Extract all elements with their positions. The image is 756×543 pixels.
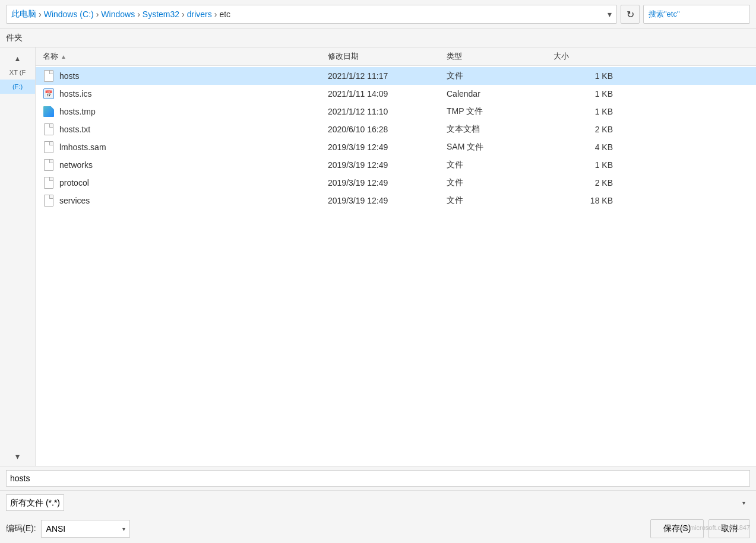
breadcrumb-sep-5: › (214, 9, 217, 19)
table-row[interactable]: networks 2019/3/19 12:49 文件 1 KB (36, 156, 756, 174)
folder-label-bar: 件夹 (0, 29, 756, 47)
file-list-area: 名称 ▲ 修改日期 类型 大小 hosts 2021/1/12 11:17 文件… (36, 47, 756, 466)
file-date: 2021/1/12 11:17 (328, 71, 447, 81)
table-row[interactable]: hosts.tmp 2021/1/12 11:10 TMP 文件 1 KB (36, 103, 756, 120)
file-type: TMP 文件 (447, 106, 553, 117)
table-row[interactable]: hosts 2021/1/12 11:17 文件 1 KB (36, 67, 756, 85)
file-icon-wrapper (43, 195, 55, 207)
actions-row: 编码(E): ANSIUTF-8UTF-16 LEUTF-16 BE ▾ 保存(… (0, 515, 756, 543)
file-icon-wrapper (43, 177, 55, 189)
sidebar-item-f[interactable]: (F:) (0, 80, 35, 94)
file-name: hosts.tmp (59, 107, 328, 116)
file-date: 2021/1/11 14:09 (328, 89, 447, 99)
file-generic-icon (44, 123, 53, 135)
file-size: 18 KB (553, 196, 613, 205)
file-type: SAM 文件 (447, 142, 553, 153)
table-row[interactable]: hosts.txt 2020/6/10 16:28 文本文档 2 KB (36, 120, 756, 138)
search-text: 搜索"etc" (649, 9, 680, 20)
file-name: protocol (59, 178, 328, 188)
encoding-label: 编码(E): (6, 523, 36, 534)
sidebar-scroll-down[interactable]: ▾ (0, 452, 35, 461)
file-size: 2 KB (553, 125, 613, 134)
file-size: 4 KB (553, 142, 613, 152)
filetype-select[interactable]: 所有文件 (*.*) (6, 494, 64, 511)
file-name: hosts (59, 71, 328, 81)
sidebar-scroll-up[interactable]: ▲ (0, 52, 35, 65)
filetype-row: 所有文件 (*.*) ▾ (0, 491, 756, 515)
sidebar-item-xt-label: XT (F (10, 69, 26, 76)
filetype-arrow-icon: ▾ (742, 500, 745, 506)
file-size: 2 KB (553, 178, 613, 188)
breadcrumb-sep-2: › (96, 9, 99, 19)
breadcrumb-area[interactable]: 此电脑 › Windows (C:) › Windows › System32 … (6, 5, 617, 24)
file-date: 2019/3/19 12:49 (328, 142, 447, 152)
col-header-size[interactable]: 大小 (553, 51, 613, 62)
sidebar-item-f-label: (F:) (12, 83, 23, 90)
refresh-button[interactable]: ↻ (621, 5, 640, 24)
column-headers: 名称 ▲ 修改日期 类型 大小 (36, 47, 756, 66)
file-name: services (59, 196, 328, 205)
sort-icon[interactable]: ▲ (61, 53, 67, 60)
table-row[interactable]: services 2019/3/19 12:49 文件 18 KB (36, 192, 756, 209)
save-button[interactable]: 保存(S) (650, 519, 704, 538)
breadcrumb-system32[interactable]: System32 (143, 9, 179, 19)
cancel-button[interactable]: 取消 (708, 519, 750, 538)
breadcrumb-drivers[interactable]: drivers (187, 9, 212, 19)
file-icon-wrapper (43, 159, 55, 171)
encoding-area: 编码(E): ANSIUTF-8UTF-16 LEUTF-16 BE ▾ (6, 520, 130, 538)
table-row[interactable]: 📅 hosts.ics 2021/1/11 14:09 Calendar 1 K… (36, 85, 756, 103)
file-generic-icon (44, 70, 53, 82)
file-date: 2019/3/19 12:49 (328, 178, 447, 188)
file-type: 文件 (447, 177, 553, 188)
breadcrumb-etc: etc (219, 9, 230, 19)
file-date: 2019/3/19 12:49 (328, 196, 447, 205)
col-date-label: 修改日期 (328, 52, 359, 61)
file-date: 2021/1/12 11:10 (328, 107, 447, 116)
encoding-select-wrapper: ANSIUTF-8UTF-16 LEUTF-16 BE ▾ (41, 520, 130, 538)
file-type: 文件 (447, 195, 553, 206)
col-size-label: 大小 (553, 52, 569, 61)
filetype-select-wrapper: 所有文件 (*.*) ▾ (6, 494, 750, 511)
col-header-date[interactable]: 修改日期 (328, 51, 447, 62)
file-generic-icon (44, 159, 53, 171)
file-type: 文本文档 (447, 124, 553, 135)
encoding-select[interactable]: ANSIUTF-8UTF-16 LEUTF-16 BE (41, 520, 130, 538)
main-content: ▲ XT (F (F:) ▾ 名称 ▲ 修改日期 类型 (0, 47, 756, 466)
breadcrumb-sep-4: › (182, 9, 185, 19)
table-row[interactable]: lmhosts.sam 2019/3/19 12:49 SAM 文件 4 KB (36, 138, 756, 156)
breadcrumb-sep-3: › (137, 9, 140, 19)
col-header-type[interactable]: 类型 (447, 51, 553, 62)
file-size: 1 KB (553, 71, 613, 81)
file-size: 1 KB (553, 89, 613, 99)
address-bar: 此电脑 › Windows (C:) › Windows › System32 … (0, 0, 756, 29)
file-name: hosts.ics (59, 89, 328, 99)
file-type: 文件 (447, 160, 553, 170)
file-name: lmhosts.sam (59, 142, 328, 152)
breadcrumb-sep-1: › (39, 9, 42, 19)
file-name: hosts.txt (59, 125, 328, 134)
file-type: 文件 (447, 71, 553, 81)
filename-input[interactable] (6, 470, 750, 487)
table-row[interactable]: protocol 2019/3/19 12:49 文件 2 KB (36, 174, 756, 192)
breadcrumb-c-drive[interactable]: Windows (C:) (44, 9, 94, 19)
col-name-label: 名称 (43, 51, 58, 62)
file-generic-icon (44, 195, 53, 207)
folder-label: 件夹 (6, 33, 23, 42)
file-size: 1 KB (553, 160, 613, 170)
file-icon-wrapper (43, 141, 55, 153)
file-rows: hosts 2021/1/12 11:17 文件 1 KB 📅 hosts.ic… (36, 66, 756, 466)
file-icon-wrapper (43, 106, 55, 118)
sidebar: ▲ XT (F (F:) ▾ (0, 47, 36, 466)
col-header-name[interactable]: 名称 ▲ (43, 51, 328, 62)
breadcrumb-windows[interactable]: Windows (101, 9, 135, 19)
file-generic-icon (44, 141, 53, 153)
breadcrumb-this-pc[interactable]: 此电脑 (11, 9, 36, 20)
search-box[interactable]: 搜索"etc" (643, 5, 750, 24)
sidebar-item-xt[interactable]: XT (F (0, 65, 35, 80)
file-tmp-icon (43, 106, 54, 117)
file-date: 2020/6/10 16:28 (328, 125, 447, 134)
file-icon-wrapper: 📅 (43, 88, 55, 100)
breadcrumb-dropdown-icon[interactable]: ▾ (608, 9, 612, 19)
file-size: 1 KB (553, 107, 613, 116)
file-type: Calendar (447, 89, 553, 99)
